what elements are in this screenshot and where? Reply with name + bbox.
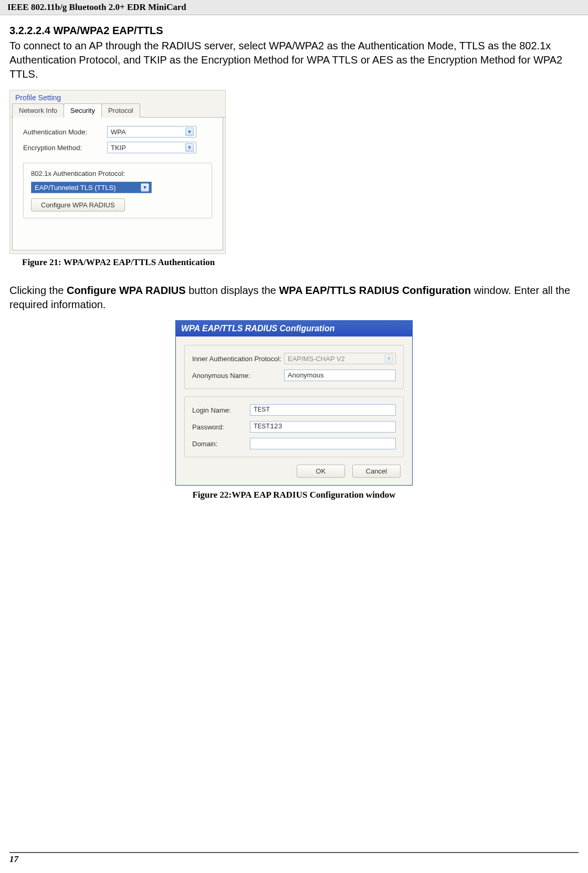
tab-network-info[interactable]: Network Info — [12, 103, 64, 118]
chevron-down-icon: ▼ — [185, 128, 194, 136]
cancel-button[interactable]: Cancel — [352, 465, 401, 478]
tab-protocol[interactable]: Protocol — [101, 103, 140, 118]
profile-tabs: Network Info Security Protocol — [10, 103, 225, 118]
figure22-caption: Figure 22:WPA EAP RADIUS Configuration w… — [9, 490, 579, 500]
mid-text: button displays the — [186, 285, 279, 296]
wpa-radius-config-dialog: WPA EAP/TTLS RADIUS Configuration Inner … — [175, 320, 413, 486]
profile-group-label: Profile Setting — [10, 90, 225, 102]
proto-label: 802.1x Authentication Protocol: — [31, 170, 204, 177]
intro-paragraph: To connect to an AP through the RADIUS s… — [9, 39, 579, 81]
enc-method-label: Encryption Method: — [23, 144, 107, 152]
inner-proto-label: Inner Authentication Protocol: — [192, 355, 284, 363]
enc-method-combo[interactable]: TKIP ▼ — [107, 142, 196, 153]
password-label: Password: — [192, 423, 250, 431]
domain-field[interactable] — [250, 438, 396, 449]
anon-label: Anonymous Name: — [192, 372, 284, 380]
proto-value: EAP/Tunneled TLS (TTLS) — [35, 184, 116, 192]
section-heading: 3.2.2.2.4 WPA/WPA2 EAP/TTLS — [9, 25, 579, 37]
enc-method-value: TKIP — [111, 144, 126, 152]
dialog-title: WPA EAP/TTLS RADIUS Configuration — [176, 321, 412, 336]
figure21-caption: Figure 21: WPA/WPA2 EAP/TTLS Authenticat… — [22, 257, 579, 268]
inner-proto-combo: EAP/MS-CHAP V2 ▼ — [284, 353, 396, 364]
mid-text: Clicking the — [9, 285, 67, 296]
tab-security[interactable]: Security — [64, 103, 102, 118]
configure-wpa-radius-button[interactable]: Configure WPA RADIUS — [31, 198, 125, 212]
mid-bold-1: Configure WPA RADIUS — [67, 285, 186, 296]
inner-proto-value: EAP/MS-CHAP V2 — [288, 355, 345, 363]
auth-mode-label: Authentication Mode: — [23, 128, 107, 136]
proto-combo[interactable]: EAP/Tunneled TLS (TTLS) ▼ — [31, 182, 152, 193]
mid-paragraph: Clicking the Configure WPA RADIUS button… — [9, 283, 579, 312]
profile-settings-window: Profile Setting Network Info Security Pr… — [9, 90, 226, 254]
auth-mode-combo[interactable]: WPA ▼ — [107, 126, 196, 138]
chevron-down-icon: ▼ — [385, 354, 393, 363]
login-name-field[interactable]: TEST — [250, 404, 396, 416]
chevron-down-icon: ▼ — [141, 183, 149, 192]
domain-label: Domain: — [192, 440, 250, 448]
login-label: Login Name: — [192, 406, 250, 414]
mid-bold-2: WPA EAP/TTLS RADIUS Configuration — [279, 285, 471, 296]
page-header: IEEE 802.11b/g Bluetooth 2.0+ EDR MiniCa… — [0, 0, 588, 15]
password-field[interactable]: TEST123 — [250, 421, 396, 433]
page-number: 17 — [9, 854, 18, 864]
ok-button[interactable]: OK — [297, 465, 345, 478]
page-footer: 17 — [9, 852, 579, 865]
anon-name-field[interactable]: Anonymous — [284, 370, 396, 381]
chevron-down-icon: ▼ — [185, 143, 194, 152]
auth-mode-value: WPA — [111, 128, 126, 136]
